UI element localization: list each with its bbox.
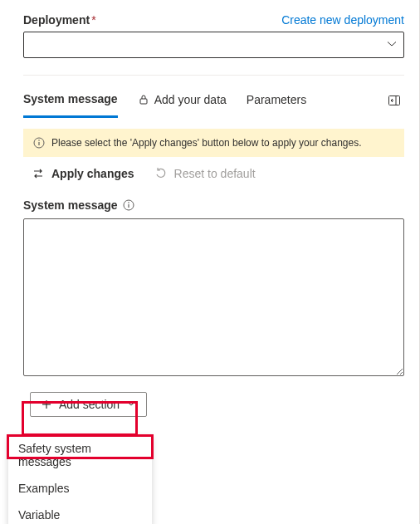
reset-label: Reset to default	[174, 167, 256, 180]
dropdown-item-safety[interactable]: Safety system messages	[8, 435, 152, 475]
info-icon[interactable]	[123, 199, 134, 211]
svg-point-4	[38, 140, 40, 141]
chevron-down-icon	[387, 38, 397, 51]
tab-bar: System message Add your data Parameters	[23, 84, 404, 117]
svg-rect-0	[140, 99, 147, 104]
add-section-label: Add section	[59, 398, 120, 411]
create-deployment-link[interactable]: Create new deployment	[281, 13, 404, 27]
system-message-label: System message	[23, 198, 118, 212]
chevron-down-icon	[126, 398, 136, 411]
swap-icon	[32, 167, 45, 180]
add-section-dropdown: Safety system messages Examples Variable	[8, 435, 152, 524]
add-section-button[interactable]: Add section	[30, 392, 147, 417]
system-message-textarea[interactable]	[23, 218, 404, 376]
reset-default-button: Reset to default	[154, 167, 256, 180]
tab-label: System message	[23, 92, 118, 105]
lock-icon	[138, 94, 149, 105]
svg-point-7	[128, 202, 129, 203]
apply-changes-button[interactable]: Apply changes	[32, 167, 134, 180]
reset-icon	[154, 167, 168, 180]
plus-icon	[41, 399, 52, 410]
collapse-panel-button[interactable]	[384, 91, 404, 110]
tab-label: Parameters	[247, 93, 306, 106]
tab-system-message[interactable]: System message	[23, 84, 118, 118]
tab-label: Add your data	[154, 93, 227, 106]
deployment-select[interactable]	[23, 32, 404, 58]
apply-label: Apply changes	[51, 167, 134, 180]
deployment-label: Deployment	[23, 13, 90, 27]
panel-collapse-icon	[388, 94, 401, 107]
dropdown-item-variable[interactable]: Variable	[8, 502, 152, 524]
notice-text: Please select the 'Apply changes' button…	[51, 137, 362, 149]
tab-parameters[interactable]: Parameters	[247, 85, 306, 116]
apply-changes-notice: Please select the 'Apply changes' button…	[23, 129, 404, 157]
required-asterisk: *	[91, 13, 95, 27]
dropdown-item-examples[interactable]: Examples	[8, 475, 152, 502]
tab-add-your-data[interactable]: Add your data	[138, 85, 227, 116]
info-icon	[33, 137, 45, 149]
divider	[23, 75, 404, 76]
